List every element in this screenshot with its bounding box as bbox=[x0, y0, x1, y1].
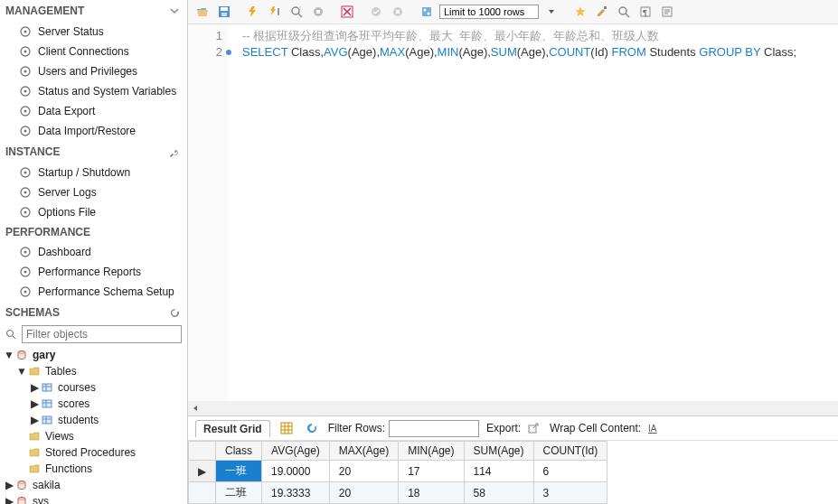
wrap-toggle-icon[interactable] bbox=[658, 3, 676, 21]
svg-point-23 bbox=[24, 291, 27, 294]
grid-view-icon[interactable] bbox=[278, 419, 296, 437]
nav-management-0[interactable]: Server Status bbox=[0, 22, 187, 42]
navigator-sidebar: MANAGEMENT Server StatusClient Connectio… bbox=[0, 0, 188, 504]
wrap-cell-icon[interactable]: IA bbox=[645, 419, 663, 437]
folder-tables[interactable]: ▼Tables bbox=[4, 363, 187, 379]
stop-icon[interactable] bbox=[309, 3, 327, 21]
explain-icon[interactable] bbox=[287, 3, 306, 21]
brush-icon[interactable] bbox=[593, 3, 611, 21]
col-header-0[interactable]: Class bbox=[216, 442, 262, 461]
db-sys[interactable]: ▶sys bbox=[4, 493, 187, 504]
expand-arrow-icon[interactable]: ▶ bbox=[4, 479, 14, 491]
col-header-5[interactable]: COUNT(Id) bbox=[533, 442, 607, 461]
nav-management-3[interactable]: Status and System Variables bbox=[0, 81, 187, 101]
svg-point-3 bbox=[24, 51, 27, 53]
db-sakila[interactable]: ▶sakila bbox=[4, 477, 187, 493]
nav-management-4[interactable]: Data Export bbox=[0, 101, 187, 121]
limit-dropdown-icon[interactable] bbox=[542, 3, 560, 21]
schema-filter-input[interactable] bbox=[22, 325, 182, 343]
cell-1-3[interactable]: 18 bbox=[399, 482, 464, 504]
table-courses[interactable]: ▶courses bbox=[4, 379, 187, 396]
nav-label: Performance Schema Setup bbox=[38, 285, 174, 298]
nav-instance-2[interactable]: Options File bbox=[0, 202, 187, 222]
open-file-icon[interactable] bbox=[193, 3, 212, 21]
table-row[interactable]: ▶一班19.000020171146 bbox=[189, 461, 607, 482]
cell-1-2[interactable]: 20 bbox=[329, 482, 398, 504]
expand-arrow-icon[interactable]: ▶ bbox=[29, 414, 40, 426]
table-students[interactable]: ▶students bbox=[4, 412, 187, 428]
save-icon[interactable] bbox=[215, 3, 233, 21]
beautify-icon[interactable] bbox=[571, 3, 589, 21]
nav-instance-0[interactable]: Startup / Shutdown bbox=[0, 163, 187, 182]
execute-step-icon[interactable] bbox=[266, 3, 284, 21]
cell-1-1[interactable]: 19.3333 bbox=[262, 482, 330, 504]
scroll-left-icon[interactable] bbox=[188, 401, 202, 415]
collapse-icon[interactable] bbox=[167, 4, 182, 18]
execute-icon[interactable] bbox=[244, 3, 262, 21]
table-scores[interactable]: ▶scores bbox=[4, 396, 187, 412]
nav-management-5[interactable]: Data Import/Restore bbox=[0, 121, 187, 141]
section-management-title: MANAGEMENT bbox=[5, 5, 167, 17]
result-grid-table[interactable]: ClassAVG(Age)MAX(Age)MIN(Age)SUM(Age)COU… bbox=[188, 441, 607, 504]
export-icon[interactable] bbox=[524, 419, 542, 437]
export-label: Export: bbox=[486, 422, 521, 434]
cell-0-2[interactable]: 20 bbox=[329, 461, 398, 482]
folder-views[interactable]: Views bbox=[4, 428, 187, 444]
export-segment: Export: bbox=[486, 419, 542, 437]
folder-functions[interactable]: Functions bbox=[4, 461, 187, 477]
sql-editor[interactable]: 12 -- 根据班级分组查询各班平均年龄、最大 年龄、最小年龄、年龄总和、班级人… bbox=[188, 24, 838, 401]
import-icon bbox=[18, 124, 33, 138]
commit-icon[interactable] bbox=[367, 3, 385, 21]
cell-0-1[interactable]: 19.0000 bbox=[262, 461, 330, 482]
expand-arrow-icon[interactable]: ▼ bbox=[4, 349, 14, 361]
code-area[interactable]: -- 根据班级分组查询各班平均年龄、最大 年龄、最小年龄、年龄总和、班级人数SE… bbox=[228, 24, 804, 401]
power-icon bbox=[18, 165, 33, 180]
cell-0-5[interactable]: 6 bbox=[533, 461, 607, 482]
dashboard-icon bbox=[18, 245, 33, 259]
nav-management-2[interactable]: Users and Privileges bbox=[0, 61, 187, 81]
refresh-results-icon[interactable] bbox=[303, 419, 321, 437]
commit-off-icon[interactable] bbox=[338, 3, 356, 21]
tree-icon bbox=[27, 364, 42, 378]
cell-0-0[interactable]: 一班 bbox=[216, 461, 262, 482]
table-row[interactable]: 二班19.33332018583 bbox=[189, 482, 607, 504]
cell-0-4[interactable]: 114 bbox=[464, 461, 533, 482]
filter-rows-input[interactable] bbox=[389, 420, 479, 437]
nav-management-1[interactable]: Client Connections bbox=[0, 42, 187, 61]
result-grid-tab[interactable]: Result Grid bbox=[195, 420, 270, 437]
autocommit-icon[interactable] bbox=[418, 3, 436, 21]
col-header-4[interactable]: SUM(Age) bbox=[464, 442, 533, 461]
tree-icon bbox=[40, 413, 54, 427]
find-icon[interactable] bbox=[615, 3, 633, 21]
refresh-schemas-icon[interactable] bbox=[167, 305, 182, 320]
nav-instance-1[interactable]: Server Logs bbox=[0, 182, 187, 202]
col-header-3[interactable]: MIN(Age) bbox=[399, 442, 464, 461]
nav-performance-0[interactable]: Dashboard bbox=[0, 242, 187, 262]
breakpoint-dot-icon[interactable] bbox=[226, 50, 231, 55]
nav-performance-1[interactable]: Performance Reports bbox=[0, 262, 187, 282]
toggle-invisible-icon[interactable]: ¶ bbox=[636, 3, 654, 21]
folder-stored-procedures[interactable]: Stored Procedures bbox=[4, 444, 187, 461]
rollback-icon[interactable] bbox=[389, 3, 407, 21]
filter-rows-label: Filter Rows: bbox=[328, 422, 385, 434]
expand-arrow-icon[interactable]: ▶ bbox=[29, 397, 40, 410]
expand-arrow-icon[interactable]: ▶ bbox=[29, 381, 40, 394]
expand-arrow-icon[interactable]: ▶ bbox=[4, 495, 14, 504]
cell-0-3[interactable]: 17 bbox=[399, 461, 464, 482]
cell-1-4[interactable]: 58 bbox=[464, 482, 533, 504]
svg-point-19 bbox=[24, 251, 27, 254]
col-header-1[interactable]: AVG(Age) bbox=[262, 442, 330, 461]
cell-1-5[interactable]: 3 bbox=[533, 482, 607, 504]
expand-arrow-icon[interactable]: ▼ bbox=[16, 365, 27, 378]
h-scrollbar[interactable] bbox=[188, 401, 838, 415]
db-gary[interactable]: ▼gary bbox=[4, 347, 187, 363]
limit-rows-input[interactable] bbox=[439, 5, 539, 19]
svg-rect-46 bbox=[316, 10, 320, 14]
nav-performance-2[interactable]: Performance Schema Setup bbox=[0, 282, 187, 302]
nav-label: Data Export bbox=[38, 105, 95, 117]
tree-label: Functions bbox=[45, 462, 92, 475]
col-header-2[interactable]: MAX(Age) bbox=[329, 442, 398, 461]
tree-icon bbox=[14, 478, 29, 492]
line-gutter: 12 bbox=[188, 24, 228, 401]
cell-1-0[interactable]: 二班 bbox=[216, 482, 262, 504]
